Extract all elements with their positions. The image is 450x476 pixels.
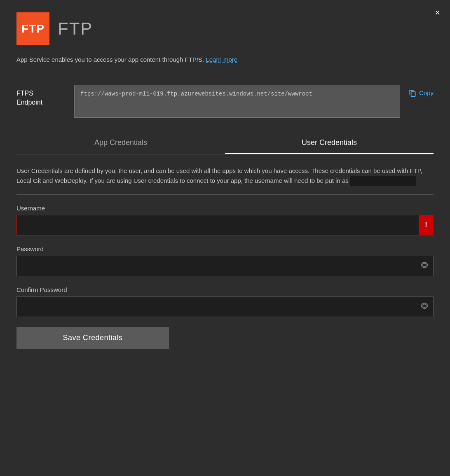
username-field-group: Username !: [16, 205, 434, 236]
svg-point-2: [423, 304, 426, 307]
confirm-password-field-group: Confirm Password: [16, 286, 434, 317]
header-divider: [16, 73, 434, 73]
confirm-password-label: Confirm Password: [16, 286, 434, 293]
username-label: Username: [16, 205, 434, 212]
svg-point-1: [423, 263, 426, 266]
copy-button[interactable]: Copy: [408, 85, 434, 97]
close-button[interactable]: ×: [435, 8, 440, 17]
credentials-tabs: App Credentials User Credentials: [16, 133, 434, 154]
confirm-password-input[interactable]: [16, 296, 434, 317]
tab-user-credentials[interactable]: User Credentials: [225, 133, 434, 154]
password-toggle-icon[interactable]: [420, 261, 429, 271]
password-input-wrapper: [16, 256, 434, 276]
ftp-panel: × FTP FTP App Service enables you to acc…: [0, 0, 450, 476]
ftps-input-container: ftps://waws-prod-ml1-019.ftp.azurewebsit…: [74, 85, 400, 119]
credentials-divider: [16, 194, 434, 195]
copy-icon: [408, 89, 417, 97]
ftps-endpoint-row: FTPS Endpoint ftps://waws-prod-ml1-019.f…: [16, 85, 434, 119]
user-credentials-content: User Credentials are defined by you, the…: [16, 154, 434, 349]
panel-header: FTP FTP: [16, 12, 434, 45]
ftp-logo-text: FTP: [21, 22, 45, 35]
password-label: Password: [16, 245, 434, 252]
svg-rect-0: [411, 91, 415, 96]
ftps-label: FTPS Endpoint: [16, 85, 66, 107]
learn-more-link[interactable]: Learn more: [206, 56, 237, 63]
ftp-logo: FTP: [16, 12, 49, 45]
panel-title: FTP: [58, 19, 93, 39]
username-input-wrapper: !: [16, 215, 434, 236]
ftps-endpoint-input[interactable]: ftps://waws-prod-ml1-019.ftp.azurewebsit…: [74, 85, 400, 118]
username-input[interactable]: [16, 215, 434, 236]
panel-description: App Service enables you to access your a…: [16, 55, 434, 65]
save-credentials-button[interactable]: Save Credentials: [16, 327, 169, 349]
confirm-password-toggle-icon[interactable]: [420, 301, 429, 312]
password-field-group: Password: [16, 245, 434, 276]
password-input[interactable]: [16, 256, 434, 276]
tab-app-credentials[interactable]: App Credentials: [16, 133, 225, 154]
redacted-username: [350, 176, 416, 186]
confirm-password-input-wrapper: [16, 296, 434, 317]
username-error-indicator: !: [419, 215, 434, 236]
user-credentials-description: User Credentials are defined by you, the…: [16, 166, 434, 186]
